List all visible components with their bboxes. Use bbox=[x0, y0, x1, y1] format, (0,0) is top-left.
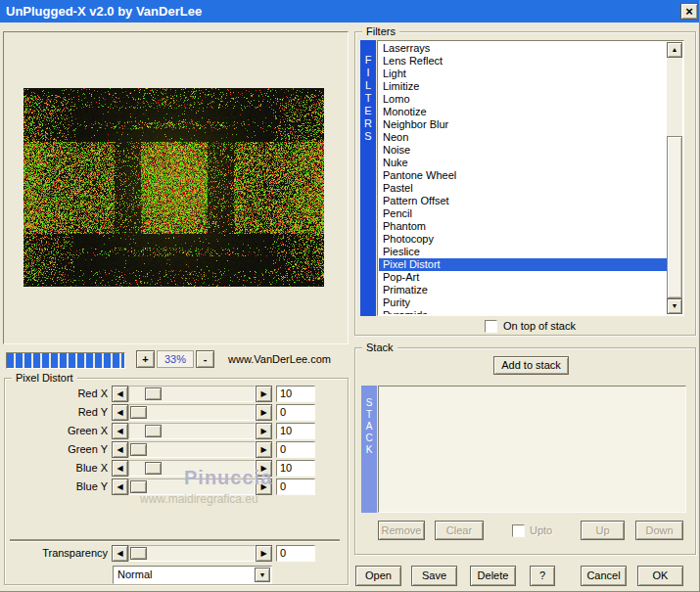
filter-item[interactable]: Laserrays bbox=[379, 42, 667, 55]
arrow-right-icon[interactable]: ▶ bbox=[256, 386, 272, 402]
slider-label: Blue X bbox=[0, 460, 108, 477]
filters-scrollbar[interactable]: ▲ ▼ bbox=[667, 42, 682, 314]
zoom-out-button[interactable]: - bbox=[196, 350, 214, 368]
filter-item[interactable]: Lomo bbox=[379, 93, 667, 106]
filter-item[interactable]: Monotize bbox=[379, 106, 667, 118]
blend-mode-dropdown[interactable]: Normal ▼ bbox=[113, 566, 272, 584]
filter-item[interactable]: Phantom bbox=[379, 220, 667, 233]
progress-bar bbox=[6, 352, 125, 369]
filter-item[interactable]: Light bbox=[379, 68, 667, 80]
close-icon[interactable]: × bbox=[680, 3, 698, 20]
help-button[interactable]: ? bbox=[530, 566, 555, 586]
stack-vertical-banner: STACK bbox=[361, 386, 377, 513]
add-to-stack-button[interactable]: Add to stack bbox=[493, 356, 569, 375]
filter-item[interactable]: Pop-Art bbox=[379, 271, 667, 284]
value-field[interactable]: 0 bbox=[276, 441, 315, 458]
filter-item[interactable]: Pattern Offset bbox=[379, 195, 667, 207]
slider-track[interactable] bbox=[128, 386, 256, 402]
value-field[interactable]: 10 bbox=[276, 386, 315, 402]
slider-track[interactable] bbox=[128, 404, 256, 421]
save-button[interactable]: Save bbox=[411, 566, 457, 586]
filter-item[interactable]: Lens Reflect bbox=[379, 55, 667, 68]
preview-image[interactable] bbox=[23, 88, 324, 287]
slider-track[interactable] bbox=[128, 545, 256, 562]
filter-item[interactable]: Purity bbox=[379, 296, 667, 309]
slider-track[interactable] bbox=[128, 423, 256, 439]
slider-track[interactable] bbox=[128, 441, 256, 458]
scrollbar-thumb[interactable] bbox=[667, 136, 682, 298]
slider-label: Transparency bbox=[0, 545, 108, 562]
filter-item[interactable]: Pantone Wheel bbox=[379, 169, 667, 182]
arrow-left-icon[interactable]: ◀ bbox=[112, 460, 128, 477]
on-top-of-stack-label: On top of stack bbox=[503, 320, 576, 333]
slider-label: Green X bbox=[0, 423, 108, 439]
slider-thumb[interactable] bbox=[130, 547, 147, 560]
filter-item[interactable]: Pieslice bbox=[379, 246, 667, 258]
arrow-left-icon[interactable]: ◀ bbox=[112, 404, 128, 421]
up-button[interactable]: Up bbox=[581, 521, 625, 540]
value-field[interactable]: 10 bbox=[276, 423, 315, 439]
zoom-level: 33% bbox=[157, 350, 194, 368]
delete-button[interactable]: Delete bbox=[470, 566, 516, 586]
filters-vertical-banner: FILTERS bbox=[360, 40, 376, 316]
stack-group: Stack Add to stack STACK Remove Clear Up… bbox=[354, 347, 696, 555]
filter-item[interactable]: Limitize bbox=[379, 80, 667, 93]
value-field[interactable]: 10 bbox=[276, 460, 315, 477]
filters-group-label: Filters bbox=[362, 24, 399, 38]
arrow-left-icon[interactable]: ◀ bbox=[112, 545, 128, 562]
filter-item[interactable]: Pixel Distort bbox=[379, 258, 667, 271]
filter-item[interactable]: Pastel bbox=[379, 182, 667, 195]
slider-red-x: Red X ◀ ▶ 10 bbox=[0, 386, 349, 402]
scroll-down-icon[interactable]: ▼ bbox=[667, 298, 682, 314]
zoom-in-button[interactable]: + bbox=[136, 350, 155, 368]
arrow-right-icon[interactable]: ▶ bbox=[256, 441, 272, 458]
down-button[interactable]: Down bbox=[635, 521, 683, 540]
filters-listbox: LaserraysLens ReflectLightLimitizeLomoMo… bbox=[377, 40, 684, 316]
slider-thumb[interactable] bbox=[145, 462, 162, 475]
vendor-website: www.VanDerLee.com bbox=[228, 353, 331, 365]
slider-green-x: Green X ◀ ▶ 10 bbox=[0, 423, 349, 439]
arrow-left-icon[interactable]: ◀ bbox=[112, 478, 128, 495]
clear-button[interactable]: Clear bbox=[435, 521, 484, 540]
filter-item[interactable]: Pyramids bbox=[379, 309, 667, 314]
arrow-left-icon[interactable]: ◀ bbox=[112, 386, 128, 402]
preview-panel bbox=[3, 31, 349, 344]
slider-thumb[interactable] bbox=[145, 387, 162, 400]
unplugged-dialog: UnPlugged-X v2.0 by VanDerLee × + 33% - … bbox=[0, 0, 700, 592]
slider-label: Blue Y bbox=[0, 478, 108, 495]
open-button[interactable]: Open bbox=[355, 566, 401, 586]
slider-thumb[interactable] bbox=[130, 443, 147, 456]
remove-button[interactable]: Remove bbox=[378, 521, 425, 540]
arrow-left-icon[interactable]: ◀ bbox=[112, 423, 128, 439]
chevron-down-icon[interactable]: ▼ bbox=[255, 568, 270, 582]
value-field[interactable]: 0 bbox=[276, 404, 315, 421]
scroll-up-icon[interactable]: ▲ bbox=[667, 42, 682, 58]
slider-red-y: Red Y ◀ ▶ 0 bbox=[0, 404, 349, 421]
upto-label: Upto bbox=[530, 524, 552, 537]
arrow-right-icon[interactable]: ▶ bbox=[256, 404, 272, 421]
slider-thumb[interactable] bbox=[130, 406, 147, 419]
value-field[interactable]: 0 bbox=[276, 545, 315, 562]
slider-transparency: Transparency ◀ ▶ 0 bbox=[0, 545, 349, 562]
filter-item[interactable]: Noise bbox=[379, 144, 667, 157]
filter-item[interactable]: Photocopy bbox=[379, 233, 667, 246]
value-field[interactable]: 0 bbox=[276, 478, 315, 495]
filter-item[interactable]: Nuke bbox=[379, 157, 667, 169]
arrow-left-icon[interactable]: ◀ bbox=[112, 441, 128, 458]
filter-item[interactable]: Primatize bbox=[379, 284, 667, 296]
filter-item[interactable]: Pencil bbox=[379, 207, 667, 220]
title-bar[interactable]: UnPlugged-X v2.0 by VanDerLee × bbox=[0, 0, 700, 23]
pixel-distort-group-label: Pixel Distort bbox=[12, 371, 77, 385]
upto-checkbox[interactable] bbox=[512, 524, 525, 537]
filter-item[interactable]: Neighbor Blur bbox=[379, 118, 667, 131]
separator-line bbox=[10, 539, 340, 542]
arrow-right-icon[interactable]: ▶ bbox=[256, 545, 272, 562]
arrow-right-icon[interactable]: ▶ bbox=[256, 423, 272, 439]
slider-thumb[interactable] bbox=[145, 425, 162, 437]
cancel-button[interactable]: Cancel bbox=[581, 566, 627, 586]
on-top-of-stack-checkbox[interactable] bbox=[485, 320, 497, 333]
slider-label: Green Y bbox=[0, 441, 108, 458]
stack-list[interactable] bbox=[378, 386, 686, 513]
ok-button[interactable]: OK bbox=[637, 566, 683, 586]
filter-item[interactable]: Neon bbox=[379, 131, 667, 144]
